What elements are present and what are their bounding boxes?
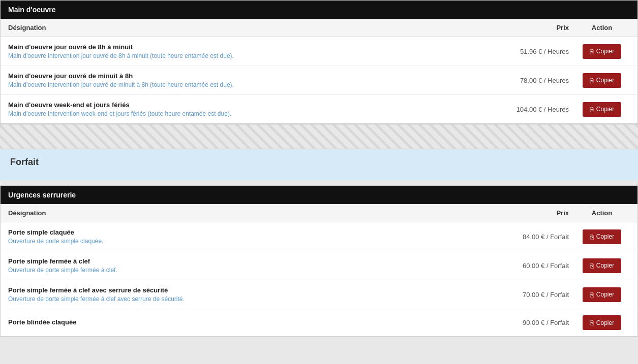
urgences-title: Urgences serrurerie [8, 191, 76, 199]
row-sub-text: Main d'oeuvre intervention jour ouvré de… [8, 81, 493, 88]
copy-button[interactable]: ⎘ Copier [583, 287, 621, 302]
copy-label: Copier [596, 233, 614, 240]
copy-label: Copier [596, 262, 614, 269]
header-designation: Désignation [8, 24, 493, 31]
row-sub-text: Ouverture de porte simple fermée à clef. [8, 267, 493, 274]
row-prix: 70.00 € / Forfait [493, 291, 574, 299]
copy-icon: ⎘ [590, 106, 594, 113]
copy-button[interactable]: ⎘ Copier [583, 102, 621, 117]
row-designation: Main d'oeuvre jour ouvré de minuit à 8h … [8, 72, 493, 88]
row-prix: 51.96 € / Heures [493, 48, 574, 55]
section-forfait: Forfait [0, 149, 638, 175]
table-row: Main d'oeuvre jour ouvré de minuit à 8h … [1, 66, 637, 95]
row-main-text: Main d'oeuvre week-end et jours fériés [8, 101, 493, 109]
copy-icon: ⎘ [590, 262, 594, 270]
table-row: Porte simple fermée à clef avec serrure … [1, 280, 637, 309]
section-urgences: Urgences serrurerie Désignation Prix Act… [0, 185, 638, 337]
row-action: ⎘ Copier [574, 102, 630, 117]
row-prix: 84.00 € / Forfait [493, 233, 574, 241]
forfait-title: Forfait [10, 157, 628, 168]
row-sub-text: Main d'oeuvre intervention jour ouvré de… [8, 52, 493, 59]
copy-icon: ⎘ [590, 319, 594, 326]
table-row: Porte simple fermée à clef Ouverture de … [1, 251, 637, 280]
copy-icon: ⎘ [590, 77, 594, 84]
header-prix: Prix [493, 24, 574, 31]
table-row: Main d'oeuvre week-end et jours fériés M… [1, 95, 637, 123]
copy-icon: ⎘ [590, 233, 594, 241]
copy-label: Copier [596, 291, 614, 298]
main-oeuvre-table-header: Désignation Prix Action [1, 19, 637, 37]
row-action: ⎘ Copier [574, 315, 630, 330]
main-oeuvre-title: Main d'oeuvre [8, 6, 56, 14]
copy-icon: ⎘ [590, 291, 594, 299]
copy-button[interactable]: ⎘ Copier [583, 44, 621, 59]
row-sub-text: Ouverture de porte simple claquée. [8, 238, 493, 245]
row-main-text: Porte blindée claquée [8, 318, 493, 326]
row-main-text: Porte simple fermée à clef avec serrure … [8, 286, 493, 294]
main-oeuvre-title-bar: Main d'oeuvre [1, 1, 637, 19]
row-designation: Main d'oeuvre week-end et jours fériés M… [8, 101, 493, 117]
spacer [0, 175, 638, 180]
separator-area [0, 124, 638, 149]
copy-label: Copier [596, 319, 614, 326]
copy-button[interactable]: ⎘ Copier [583, 229, 621, 244]
row-main-text: Main d'oeuvre jour ouvré de 8h à minuit [8, 43, 493, 51]
row-designation: Porte simple fermée à clef Ouverture de … [8, 257, 493, 274]
row-prix: 90.00 € / Forfait [493, 319, 574, 326]
row-action: ⎘ Copier [574, 287, 630, 302]
row-action: ⎘ Copier [574, 73, 630, 88]
row-prix: 60.00 € / Forfait [493, 262, 574, 270]
copy-button[interactable]: ⎘ Copier [583, 258, 621, 273]
page-wrapper: Main d'oeuvre Désignation Prix Action Ma… [0, 0, 638, 337]
copy-label: Copier [596, 106, 614, 113]
row-action: ⎘ Copier [574, 229, 630, 244]
copy-label: Copier [596, 77, 614, 84]
row-sub-text: Main d'oeuvre intervention week-end et j… [8, 110, 493, 117]
row-designation: Main d'oeuvre jour ouvré de 8h à minuit … [8, 43, 493, 59]
table-row: Main d'oeuvre jour ouvré de 8h à minuit … [1, 37, 637, 66]
copy-label: Copier [596, 48, 614, 55]
table-row: Porte blindée claquée 90.00 € / Forfait … [1, 309, 637, 336]
header-designation: Désignation [8, 209, 493, 217]
table-row: Porte simple claquée Ouverture de porte … [1, 222, 637, 251]
row-prix: 104.00 € / Heures [493, 106, 574, 113]
header-prix: Prix [493, 209, 574, 217]
copy-button[interactable]: ⎘ Copier [583, 315, 621, 330]
row-action: ⎘ Copier [574, 44, 630, 59]
urgences-table-header: Désignation Prix Action [1, 204, 637, 222]
urgences-title-bar: Urgences serrurerie [1, 186, 637, 204]
row-sub-text: Ouverture de porte simple fermée à clef … [8, 295, 493, 303]
row-action: ⎘ Copier [574, 258, 630, 273]
row-main-text: Porte simple fermée à clef [8, 257, 493, 265]
row-main-text: Main d'oeuvre jour ouvré de minuit à 8h [8, 72, 493, 80]
row-prix: 78.00 € / Heures [493, 77, 574, 84]
copy-icon: ⎘ [590, 48, 594, 55]
row-designation: Porte simple claquée Ouverture de porte … [8, 228, 493, 245]
row-main-text: Porte simple claquée [8, 228, 493, 236]
row-designation: Porte simple fermée à clef avec serrure … [8, 286, 493, 303]
header-action: Action [574, 209, 630, 217]
section-main-oeuvre: Main d'oeuvre Désignation Prix Action Ma… [0, 0, 638, 124]
header-action: Action [574, 24, 630, 31]
row-designation: Porte blindée claquée [8, 318, 493, 327]
copy-button[interactable]: ⎘ Copier [583, 73, 621, 88]
